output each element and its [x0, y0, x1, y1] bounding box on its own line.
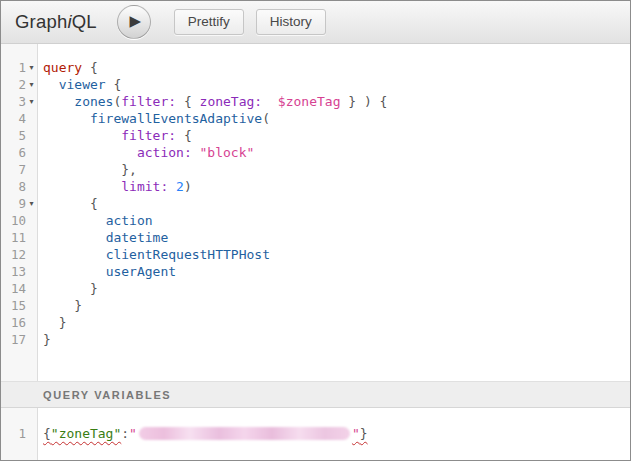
execute-query-button[interactable]: ▶ — [117, 5, 151, 39]
line-number: 2 — [1, 77, 26, 92]
code-line[interactable]: clientRequestHTTPHost — [43, 246, 630, 263]
token-ws — [43, 213, 106, 228]
token-ws — [43, 298, 74, 313]
line-number: 3 — [1, 94, 26, 109]
token-str: "block" — [200, 145, 255, 160]
gutter-row: 6 — [1, 144, 37, 161]
token-kw: query — [43, 60, 82, 75]
line-number: 14 — [1, 281, 26, 296]
token-ws — [43, 94, 74, 109]
gutter-row: 17 — [1, 331, 37, 348]
token-punc: } — [74, 298, 82, 313]
gutter-row: 15 — [1, 297, 37, 314]
line-number: 4 — [1, 111, 26, 126]
gutter-row: 9▾ — [1, 195, 37, 212]
app-title: GraphiQL — [15, 11, 97, 33]
token-punc: { — [176, 128, 192, 143]
history-button[interactable]: History — [256, 9, 326, 35]
code-line[interactable]: action — [43, 212, 630, 229]
code-line[interactable]: action: "block" — [43, 144, 630, 161]
variables-editor: 1 {"zoneTag":""} — [1, 408, 630, 460]
query-variables-header[interactable]: QUERY VARIABLES — [1, 381, 630, 408]
code-line[interactable]: } — [43, 280, 630, 297]
variables-code[interactable]: {"zoneTag":""} — [38, 408, 630, 460]
token-ws — [176, 94, 184, 109]
line-number: 12 — [1, 247, 26, 262]
token-attr: zoneTag: — [200, 94, 263, 109]
code-line[interactable]: query { — [43, 59, 630, 76]
gutter-row: 14 — [1, 280, 37, 297]
token-ws — [43, 281, 90, 296]
token-attr: filter: — [121, 94, 176, 109]
query-gutter: 1▾2▾3▾456789▾1011121314151617 — [1, 44, 38, 381]
fold-arrow-icon[interactable]: ▾ — [26, 64, 37, 72]
code-line[interactable]: filter: { — [43, 127, 630, 144]
gutter-row: 5 — [1, 127, 37, 144]
token-jkey: "zoneTag" — [51, 426, 121, 441]
code-line[interactable]: firewallEventsAdaptive( — [43, 110, 630, 127]
gutter-row: 11 — [1, 229, 37, 246]
app-title-part1: Graph — [15, 11, 67, 32]
code-line[interactable]: { — [43, 195, 630, 212]
token-punc: { — [106, 77, 122, 92]
token-prop: action — [106, 213, 153, 228]
token-punc: } — [43, 332, 51, 347]
token-ws — [192, 94, 200, 109]
gutter-row: 13 — [1, 263, 37, 280]
prettify-button[interactable]: Prettify — [174, 9, 244, 35]
token-ws — [43, 247, 106, 262]
token-punc: ( — [262, 111, 270, 126]
token-punc: } ) { — [340, 94, 387, 109]
fold-arrow-icon[interactable]: ▾ — [26, 200, 37, 208]
code-line[interactable]: userAgent — [43, 263, 630, 280]
query-code[interactable]: query { viewer { zones(filter: { zoneTag… — [38, 44, 630, 381]
code-line[interactable]: zones(filter: { zoneTag: $zoneTag } ) { — [43, 93, 630, 110]
line-number: 6 — [1, 145, 26, 160]
code-line[interactable]: datetime — [43, 229, 630, 246]
token-num: 2 — [176, 179, 184, 194]
redacted-value — [139, 427, 350, 440]
token-ws — [192, 145, 200, 160]
play-icon: ▶ — [130, 14, 142, 29]
code-line[interactable]: } — [43, 297, 630, 314]
token-attr: limit: — [121, 179, 168, 194]
line-number: 11 — [1, 230, 26, 245]
gutter-row: 1▾ — [1, 59, 37, 76]
token-ws — [43, 128, 121, 143]
gutter-row: 4 — [1, 110, 37, 127]
code-line[interactable]: } — [43, 314, 630, 331]
line-number: 15 — [1, 298, 26, 313]
line-number: 9 — [1, 196, 26, 211]
token-prop: clientRequestHTTPHost — [106, 247, 270, 262]
code-line[interactable]: }, — [43, 161, 630, 178]
line-number: 16 — [1, 315, 26, 330]
line-number: 17 — [1, 332, 26, 347]
line-number: 1 — [1, 60, 26, 75]
token-ws — [43, 315, 59, 330]
token-punc: ) — [184, 179, 192, 194]
line-number: 10 — [1, 213, 26, 228]
token-str: " — [352, 426, 360, 441]
token-punc: : — [121, 426, 129, 441]
token-punc: }, — [121, 162, 137, 177]
gutter-row: 1 — [1, 425, 37, 442]
token-punc: { — [43, 426, 51, 441]
code-line[interactable]: limit: 2) — [43, 178, 630, 195]
token-punc: } — [90, 281, 98, 296]
code-line[interactable]: viewer { — [43, 76, 630, 93]
query-variables-title: QUERY VARIABLES — [43, 389, 171, 401]
app-title-part3: QL — [72, 11, 97, 32]
fold-arrow-icon[interactable]: ▾ — [26, 98, 37, 106]
code-line[interactable]: } — [43, 331, 630, 348]
token-prop: zones — [74, 94, 113, 109]
fold-arrow-icon[interactable]: ▾ — [26, 81, 37, 89]
line-number: 5 — [1, 128, 26, 143]
token-ws — [43, 77, 59, 92]
token-prop: datetime — [106, 230, 169, 245]
variables-gutter: 1 — [1, 408, 38, 460]
token-ws — [43, 264, 106, 279]
variables-code-line[interactable]: {"zoneTag":""} — [43, 425, 630, 442]
token-attr: filter: — [121, 128, 176, 143]
topbar: GraphiQL ▶ Prettify History — [1, 1, 630, 44]
gutter-row: 10 — [1, 212, 37, 229]
